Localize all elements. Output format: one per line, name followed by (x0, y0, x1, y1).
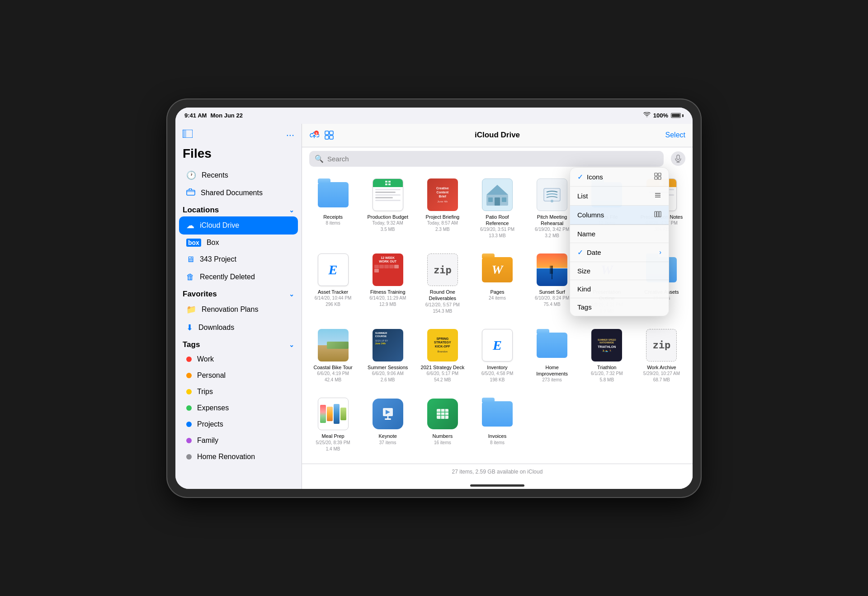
file-meta: 6/12/20, 5:57 PM154.3 MB (425, 302, 460, 314)
trash-icon: 🗑 (186, 272, 194, 282)
file-item-invoices[interactable]: Invoices 8 items (473, 394, 521, 455)
svg-rect-12 (385, 181, 387, 183)
file-meta: 6/19/20, 3:51 PM13.3 MB (480, 226, 514, 239)
sidebar-item-icloud[interactable]: ☁ iCloud Drive (179, 216, 298, 235)
columns-icon (654, 211, 661, 219)
file-name: Numbers (433, 433, 453, 439)
file-item-receipts[interactable]: Receipts 8 items (309, 175, 357, 243)
sidebar-item-tag-personal[interactable]: Personal (179, 367, 298, 384)
file-item-home-improvements[interactable]: Home Improvements 273 items (528, 325, 576, 387)
mic-button[interactable] (671, 151, 685, 166)
sidebar-item-recents[interactable]: 🕐 Recents (179, 166, 298, 184)
status-footer: 27 items, 2.59 GB available on iCloud (302, 464, 693, 480)
right-panel: 9 iCloud Drive (302, 124, 693, 489)
sidebar-item-renovation[interactable]: 📁 Renovation Plans (179, 300, 298, 319)
tag-label: Projects (197, 420, 223, 428)
tag-dot-projects (186, 422, 192, 427)
file-icon (536, 178, 568, 211)
sidebar-item-label: Box (207, 239, 219, 247)
tag-label: Work (197, 355, 214, 363)
file-item-fitness-training[interactable]: 12 WEEKWORK OUT (364, 250, 411, 318)
tag-label: Trips (197, 388, 213, 396)
file-item-summer-sessions[interactable]: SUMMERCOURSE SIGN UP BY June 14th Summer… (364, 325, 411, 387)
sidebar-item-tag-trips[interactable]: Trips (179, 384, 298, 400)
favorites-chevron[interactable]: ⌄ (289, 291, 294, 298)
file-icon (317, 329, 349, 361)
sidebar-item-recently-deleted[interactable]: 🗑 Recently Deleted (179, 268, 298, 286)
sidebar-item-tag-home-renovation[interactable]: Home Renovation (179, 449, 298, 465)
menu-item-list[interactable]: List (570, 187, 669, 206)
file-item-keynote[interactable]: Keynote 37 items (364, 394, 411, 455)
file-item-triathlon[interactable]: SUMMER SPEEDNATIONWIDE TRIATHLON 🚴 🏊 🏃 T… (583, 325, 631, 387)
menu-item-name[interactable]: Name (570, 225, 669, 243)
file-item-asset-tracker[interactable]: E Asset Tracker 6/14/20, 10:44 PM296 KB (309, 250, 357, 318)
menu-item-kind[interactable]: Kind (570, 280, 669, 298)
battery-percent: 100% (653, 112, 668, 119)
file-icon: SUMMER SPEEDNATIONWIDE TRIATHLON 🚴 🏊 🏃 (590, 329, 623, 361)
file-meta: 6/14/20, 10:44 PM296 KB (315, 295, 352, 308)
grid-view-button[interactable] (325, 131, 334, 140)
svg-rect-8 (330, 136, 333, 139)
svg-rect-34 (655, 177, 657, 179)
sidebar-item-tag-work[interactable]: Work (179, 351, 298, 367)
file-item-coastal-bike[interactable]: Coastal Bike Tour 6/6/20, 4:19 PM42.4 MB (309, 325, 357, 387)
tag-dot-family (186, 438, 192, 443)
ipad-screen: 9:41 AM Mon Jun 22 100% (175, 108, 693, 489)
sidebar-item-tag-family[interactable]: Family (179, 432, 298, 449)
menu-item-columns[interactable]: Columns (570, 206, 669, 225)
svg-rect-27 (437, 409, 448, 419)
sidebar-item-shared-docs[interactable]: Shared Documents (179, 184, 298, 202)
file-item-strategy-deck[interactable]: SPRINGSTRATEGYKICK-OFF Brandon 2021 Stra… (419, 325, 466, 387)
file-item-inventory[interactable]: E Inventory 6/5/20, 4:58 PM198 KB (473, 325, 521, 387)
file-name: Inventory (487, 364, 507, 371)
file-item-production-budget[interactable]: Production Budget Today, 9:32 AM3.5 MB (364, 175, 411, 243)
file-name: Home Improvements (530, 364, 574, 377)
sidebar-item-box[interactable]: box Box (179, 235, 298, 251)
file-icon (536, 329, 568, 361)
locations-section: Locations ⌄ (175, 202, 302, 216)
menu-item-date[interactable]: ✓ Date › (570, 243, 669, 262)
menu-item-size[interactable]: Size (570, 262, 669, 280)
sidebar-item-tag-expenses[interactable]: Expenses (179, 400, 298, 416)
file-item-numbers[interactable]: Numbers 16 items (419, 394, 466, 455)
menu-item-tags[interactable]: Tags (570, 298, 669, 316)
svg-rect-32 (655, 173, 657, 176)
zip-thumb: zip (646, 329, 677, 361)
menu-label: Size (577, 267, 590, 275)
file-item-meal-prep[interactable]: Meal Prep 5/25/20, 8:39 PM1.4 MB (309, 394, 357, 455)
ipad-frame: 9:41 AM Mon Jun 22 100% (167, 99, 701, 497)
file-item-sunset-surf[interactable]: Sunset Surf 6/10/20, 8:24 PM75.4 MB (528, 250, 576, 318)
menu-item-icons[interactable]: ✓ Icons (570, 168, 669, 187)
box-icon: box (186, 239, 201, 247)
sidebar: ··· Files 🕐 Recents (175, 124, 302, 489)
files-title: Files (175, 145, 302, 166)
search-input[interactable] (327, 155, 658, 163)
tag-label: Family (197, 436, 218, 445)
file-item-work-archive[interactable]: zip Work Archive 5/29/20, 10:27 AM68.7 M… (638, 325, 685, 387)
file-item-pages[interactable]: W Pages 24 items (473, 250, 521, 318)
file-item-round-one[interactable]: zip Round One Deliverables 6/12/20, 5:57… (419, 250, 466, 318)
sidebar-item-343[interactable]: 🖥 343 Project (179, 251, 298, 268)
file-item-pitch-meeting[interactable]: Pitch Meeting Rehearsal 6/19/20, 3:42 PM… (528, 175, 576, 243)
menu-label: Name (577, 230, 595, 238)
svg-rect-13 (388, 181, 391, 183)
sidebar-item-tag-projects[interactable]: Projects (179, 416, 298, 432)
file-name: Production Budget (367, 214, 408, 220)
svg-point-22 (551, 200, 553, 202)
svg-rect-6 (330, 131, 333, 135)
locations-chevron[interactable]: ⌄ (289, 206, 294, 214)
file-item-patio-roof[interactable]: Patio Roof Reference 6/19/20, 3:51 PM13.… (473, 175, 521, 243)
file-icon: W (481, 253, 514, 286)
tags-chevron[interactable]: ⌄ (289, 341, 294, 348)
more-options-icon[interactable]: ··· (286, 129, 294, 141)
status-bar: 9:41 AM Mon Jun 22 100% (175, 108, 693, 124)
search-row: 🔍 (302, 147, 693, 170)
zip-thumb: zip (427, 253, 458, 286)
svg-rect-41 (659, 211, 661, 217)
sidebar-toggle-icon[interactable] (183, 130, 193, 140)
select-button[interactable]: Select (665, 131, 685, 139)
sidebar-item-downloads[interactable]: ⬇ Downloads (179, 319, 298, 337)
file-icon: zip (645, 329, 678, 361)
file-item-project-briefing[interactable]: CreativeContentBrief June 4th Project Br… (419, 175, 466, 243)
icloud-upload-button[interactable]: 9 (309, 131, 319, 140)
